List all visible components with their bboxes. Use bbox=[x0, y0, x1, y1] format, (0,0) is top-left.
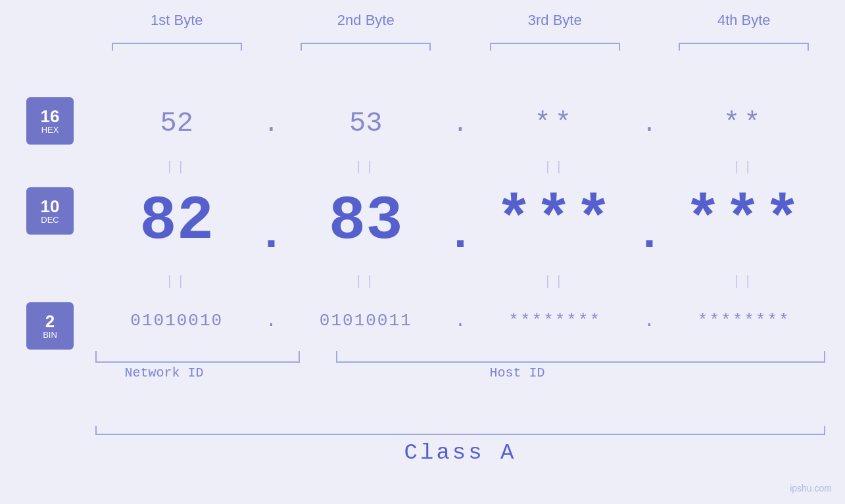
bracket-4 bbox=[663, 43, 826, 44]
eq-4: || bbox=[663, 160, 826, 175]
bin-row: 01010010 . 01010011 . ******** . *******… bbox=[95, 296, 825, 346]
hex-row: 52 . 53 . ** . ** bbox=[95, 97, 825, 150]
bin-dot-2: . bbox=[447, 311, 473, 331]
byte-label-2: 2nd Byte bbox=[285, 12, 448, 29]
dec-badge: 10 DEC bbox=[26, 187, 74, 235]
class-label: Class A bbox=[95, 440, 825, 465]
eq-3: || bbox=[473, 160, 637, 175]
dec-b3: *** bbox=[473, 187, 637, 256]
byte-labels-row: 1st Byte 2nd Byte 3rd Byte 4th Byte bbox=[95, 12, 825, 29]
eq-1: || bbox=[95, 160, 258, 175]
hex-dot-1: . bbox=[258, 110, 285, 138]
bin-b4: ******** bbox=[663, 311, 826, 331]
equals-row-2: || || || || bbox=[95, 269, 825, 293]
bin-dot-3: . bbox=[637, 311, 663, 331]
bottom-brackets-area: Network ID Host ID bbox=[95, 351, 825, 390]
eq-2: || bbox=[285, 160, 448, 175]
bin-b2: 01010011 bbox=[285, 311, 448, 331]
dec-dot-2: . bbox=[447, 183, 473, 261]
hex-badge: 16 HEX bbox=[26, 97, 74, 145]
bracket-2 bbox=[285, 43, 448, 44]
class-bracket bbox=[95, 426, 825, 435]
dec-b2: 83 bbox=[285, 187, 448, 256]
eq-7: || bbox=[473, 274, 637, 289]
eq-8: || bbox=[663, 274, 826, 289]
dec-b4: *** bbox=[663, 187, 826, 256]
dec-row: 82 . 83 . *** . *** bbox=[95, 179, 825, 264]
bracket-1 bbox=[95, 43, 258, 44]
equals-row-1: || || || || bbox=[95, 155, 825, 179]
dec-dot-1: . bbox=[258, 183, 285, 261]
host-id-label: Host ID bbox=[489, 365, 544, 380]
hex-b2: 53 bbox=[285, 108, 448, 139]
page: 1st Byte 2nd Byte 3rd Byte 4th Byte bbox=[0, 0, 845, 504]
eq-6: || bbox=[285, 274, 448, 289]
eq-5: || bbox=[95, 274, 258, 289]
hex-dot-2: . bbox=[447, 110, 473, 138]
watermark: ipshu.com bbox=[790, 483, 832, 495]
hex-dot-3: . bbox=[637, 110, 663, 138]
byte-label-1: 1st Byte bbox=[95, 12, 258, 29]
bracket-3 bbox=[473, 43, 637, 44]
bin-b1: 01010010 bbox=[95, 311, 258, 331]
bin-badge: 2 BIN bbox=[26, 302, 74, 350]
network-id-bracket bbox=[95, 351, 300, 363]
host-id-bracket bbox=[336, 351, 825, 363]
hex-b3: ** bbox=[473, 108, 637, 139]
byte-label-3: 3rd Byte bbox=[473, 12, 637, 29]
network-id-label: Network ID bbox=[124, 365, 203, 380]
dec-dot-3: . bbox=[637, 183, 663, 261]
hex-b1: 52 bbox=[95, 108, 258, 139]
byte-label-4: 4th Byte bbox=[663, 12, 826, 29]
bin-dot-1: . bbox=[258, 311, 285, 331]
top-brackets bbox=[95, 37, 825, 50]
class-bracket-area: Class A bbox=[95, 426, 825, 465]
dec-b1: 82 bbox=[95, 187, 258, 256]
bin-b3: ******** bbox=[473, 311, 637, 331]
hex-b4: ** bbox=[663, 108, 826, 139]
